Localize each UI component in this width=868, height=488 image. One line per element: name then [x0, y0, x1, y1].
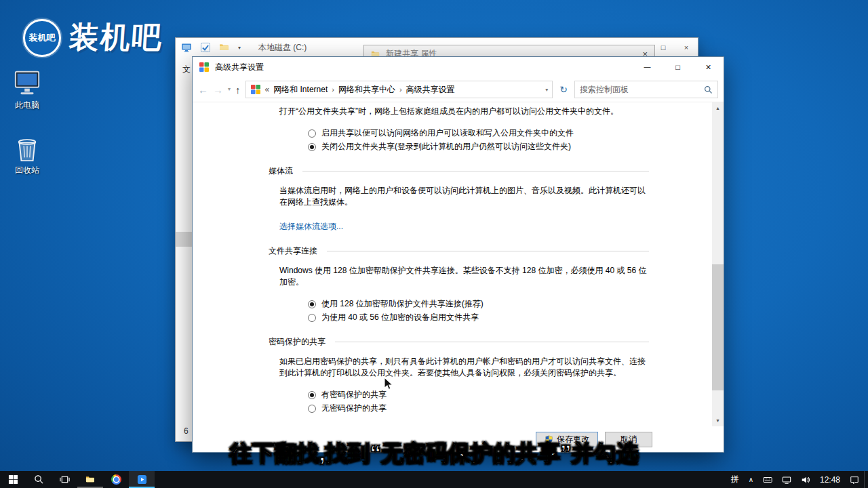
folder-icon: [85, 474, 96, 485]
desktop-icon-recycle-bin[interactable]: 回收站: [4, 134, 50, 176]
public-folder-options: 启用共享以便可以访问网络的用户可以读取和写入公用文件夹中的文件 关闭公用文件夹共…: [269, 127, 649, 152]
ime-indicator[interactable]: 拼: [726, 471, 744, 488]
section-divider: [302, 171, 649, 171]
maximize-button[interactable]: □: [663, 57, 693, 77]
section-header-media-stream: 媒体流: [269, 165, 649, 177]
radio-label: 为使用 40 或 56 位加密的设备启用文件共享: [321, 312, 479, 323]
section-divider: [327, 251, 649, 251]
radio-option-disable-public-sharing[interactable]: 关闭公用文件夹共享(登录到此计算机的用户仍然可以访问这些文件夹): [308, 141, 649, 152]
task-view-icon: [60, 474, 70, 485]
scrollbar-track[interactable]: [712, 114, 724, 415]
breadcrumb-overflow[interactable]: «: [265, 85, 270, 94]
address-dropdown-icon[interactable]: ▾: [545, 87, 548, 93]
forward-button[interactable]: →: [213, 85, 223, 95]
breadcrumb-item-advanced-sharing[interactable]: 高级共享设置: [406, 84, 455, 96]
advanced-sharing-window: 高级共享设置 — □ × ← → ▾ ↑ « 网络和 Internet: [192, 56, 724, 453]
vertical-scrollbar[interactable]: ▲ ▼: [712, 102, 724, 426]
desktop-icon-this-pc[interactable]: 此电脑: [4, 69, 50, 111]
section-title: 文件共享连接: [269, 245, 317, 257]
taskbar-chrome-button[interactable]: [103, 471, 129, 488]
radio-label: 无密码保护的共享: [321, 403, 387, 414]
close-button[interactable]: ×: [693, 57, 724, 77]
system-tray: 拼 ∧ 12:48: [726, 471, 868, 488]
quick-access-check-icon[interactable]: [200, 42, 211, 53]
radio-option-password-off[interactable]: 无密码保护的共享: [308, 403, 649, 414]
breadcrumb-separator: ›: [399, 85, 402, 94]
action-center-icon: [850, 475, 859, 485]
taskbar-search-button[interactable]: [26, 471, 52, 488]
window-title: 高级共享设置: [215, 62, 264, 73]
explorer-close-button[interactable]: ×: [675, 38, 698, 57]
search-icon[interactable]: [704, 85, 713, 94]
scrollbar-thumb[interactable]: [712, 264, 724, 390]
recycle-bin-icon: [12, 134, 43, 163]
show-desktop-button[interactable]: [864, 471, 868, 488]
scroll-down-icon[interactable]: ▼: [712, 415, 724, 426]
file-sharing-options: 使用 128 位加密帮助保护文件共享连接(推荐) 为使用 40 或 56 位加密…: [269, 298, 649, 323]
media-stream-link-row: 选择媒体流选项...: [279, 221, 649, 232]
radio-label: 启用共享以便可以访问网络的用户可以读取和写入公用文件夹中的文件: [321, 127, 574, 139]
section-title: 密码保护的共享: [269, 336, 326, 348]
radio-button-selected[interactable]: [308, 300, 316, 308]
taskbar: 拼 ∧ 12:48: [0, 471, 868, 488]
address-bar[interactable]: « 网络和 Internet › 网络和共享中心 › 高级共享设置 ▾: [245, 81, 553, 98]
taskbar-file-explorer-button[interactable]: [77, 471, 103, 488]
start-button[interactable]: [0, 471, 26, 488]
search-input[interactable]: [580, 85, 701, 94]
volume-icon: [801, 475, 810, 485]
tray-chevron-icon[interactable]: ∧: [744, 471, 758, 488]
brand-wordmark: 装机吧: [68, 18, 164, 58]
control-panel-icon: [199, 62, 210, 73]
search-box[interactable]: [574, 81, 718, 98]
back-button[interactable]: ←: [198, 85, 208, 95]
radio-button[interactable]: [308, 405, 316, 413]
breadcrumb-item-network-internet[interactable]: 网络和 Internet: [273, 84, 328, 96]
network-button[interactable]: [777, 471, 796, 488]
minimize-button[interactable]: —: [632, 57, 663, 77]
caption-buttons: — □ ×: [632, 57, 724, 77]
password-sharing-options: 有密码保护的共享 无密码保护的共享: [269, 389, 649, 414]
explorer-nav-selection: [176, 232, 192, 247]
history-dropdown-icon[interactable]: ▾: [228, 87, 231, 92]
desktop-icon-label: 此电脑: [4, 100, 50, 111]
task-view-button[interactable]: [52, 471, 77, 488]
settings-content: 打开“公用文件夹共享”时，网络上包括家庭组成员在内的用户都可以访问公用文件夹中的…: [269, 102, 649, 426]
scroll-up-icon[interactable]: ▲: [712, 102, 724, 114]
radio-button[interactable]: [308, 129, 316, 138]
video-subtitle: 往下翻找,找到“无密码保护的共享”并勾选: [0, 439, 868, 469]
search-icon: [34, 474, 44, 485]
action-center-button[interactable]: [845, 471, 864, 488]
taskbar-clock[interactable]: 12:48: [815, 471, 845, 488]
quick-access-dropdown-icon[interactable]: ▾: [238, 45, 241, 51]
radio-button-selected[interactable]: [308, 143, 316, 151]
media-stream-options-link[interactable]: 选择媒体流选项...: [279, 222, 343, 231]
this-pc-icon: [12, 69, 43, 98]
public-folder-intro: 打开“公用文件夹共享”时，网络上包括家庭组成员在内的用户都可以访问公用文件夹中的…: [279, 106, 649, 117]
explorer-status-partial: 6: [184, 426, 189, 436]
radio-button[interactable]: [308, 314, 316, 322]
radio-option-128bit[interactable]: 使用 128 位加密帮助保护文件共享连接(推荐): [308, 298, 649, 310]
taskbar-active-app-button[interactable]: [129, 471, 155, 488]
breadcrumb-item-sharing-center[interactable]: 网络和共享中心: [338, 84, 395, 96]
radio-option-40-56bit[interactable]: 为使用 40 或 56 位加密的设备启用文件共享: [308, 312, 649, 323]
touch-keyboard-button[interactable]: [758, 471, 777, 488]
radio-button-selected[interactable]: [308, 391, 316, 399]
refresh-button[interactable]: ↻: [557, 84, 570, 95]
section-header-password-sharing: 密码保护的共享: [269, 336, 649, 348]
quick-access-folder-icon[interactable]: [219, 42, 230, 53]
navigation-bar: ← → ▾ ↑ « 网络和 Internet › 网络和共享中心 › 高级共享设…: [193, 77, 724, 102]
network-icon: [782, 475, 791, 485]
password-sharing-description: 如果已启用密码保护的共享，则只有具备此计算机的用户帐户和密码的用户才可以访问共享…: [279, 356, 649, 379]
up-button[interactable]: ↑: [235, 85, 241, 95]
active-app-icon: [137, 474, 147, 485]
mouse-cursor: [382, 377, 395, 390]
brand-badge: 装机吧: [23, 19, 61, 57]
breadcrumb-separator: ›: [332, 85, 334, 94]
section-title: 媒体流: [269, 165, 293, 177]
windows-logo-icon: [8, 474, 18, 485]
radio-option-password-on[interactable]: 有密码保护的共享: [308, 389, 649, 401]
volume-button[interactable]: [796, 471, 815, 488]
radio-option-enable-public-sharing[interactable]: 启用共享以便可以访问网络的用户可以读取和写入公用文件夹中的文件: [308, 127, 649, 139]
brand-logo: 装机吧 装机吧: [23, 18, 163, 58]
explorer-maximize-button[interactable]: □: [652, 38, 675, 57]
